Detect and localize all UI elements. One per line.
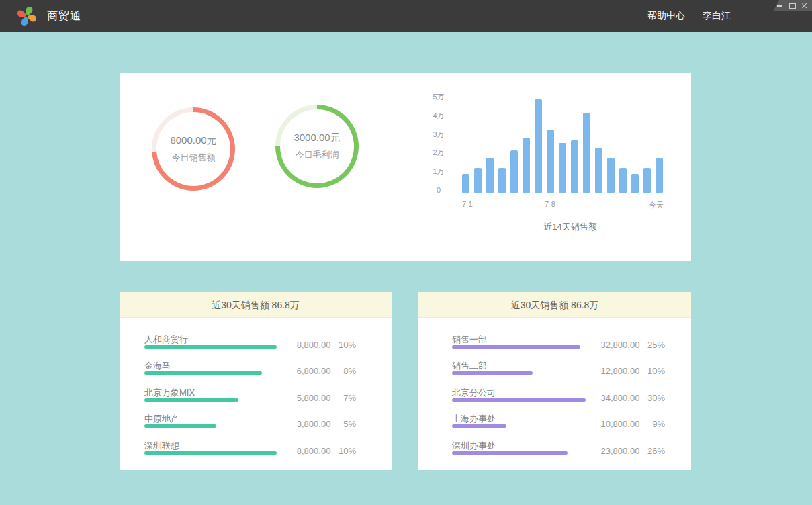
- titlebar-nav: 帮助中心 李白江: [647, 0, 731, 32]
- y-tick-label: 5万: [425, 92, 452, 101]
- daily-sales-bar: [607, 158, 615, 193]
- x-tick-label: 7-8: [545, 200, 555, 208]
- ranking-row-amount: 34,800.00: [601, 393, 640, 403]
- ranking-row-value: 12,800.00 10%: [601, 366, 665, 376]
- ranking-row-value: 3,800.00 5%: [297, 419, 356, 429]
- daily-sales-bar: [523, 138, 530, 193]
- today-sales-donut: 8000.00元 今日销售额: [152, 107, 235, 191]
- summary-card: 8000.00元 今日销售额 30天最高：10,000.00元 3000.00元…: [120, 73, 691, 261]
- daily-sales-bar: [595, 148, 602, 193]
- today-profit-label: 今日毛利润: [296, 149, 339, 161]
- ranking-row: 北京分公司 34,800.00 30%: [452, 387, 665, 413]
- daily-sales-bar: [486, 158, 494, 193]
- ranking-row-bar: [452, 398, 586, 402]
- today-profit-donut-center: 3000.00元 今日毛利润: [280, 109, 354, 183]
- ranking-row-value: 8,800.00 10%: [297, 446, 356, 456]
- daily-sales-bar: [498, 168, 506, 193]
- ranking-row-percent: 10%: [333, 340, 356, 350]
- ranking-row-name: 北京万象MIX: [144, 387, 195, 399]
- maximize-icon[interactable]: [789, 3, 795, 9]
- ranking-row-bar: [452, 424, 506, 428]
- ranking-row-name: 上海办事处: [452, 413, 496, 425]
- x-tick-label: 7-1: [462, 200, 473, 208]
- daily-sales-bar: [462, 174, 469, 193]
- ranking-row-amount: 12,800.00: [601, 366, 640, 376]
- ranking-row-percent: 10%: [333, 446, 356, 456]
- sales-chart-y-axis: 5万4万3万2万1万0: [425, 92, 452, 199]
- ranking-row-value: 23,800.00 26%: [601, 446, 665, 456]
- ranking-row: 深圳联想 8,800.00 10%: [144, 440, 356, 466]
- ranking-row-name: 人和商贸行: [144, 334, 188, 346]
- today-sales-value: 8000.00元: [170, 134, 216, 147]
- ranking-row-percent: 10%: [642, 366, 665, 376]
- ranking-row-name: 北京分公司: [452, 387, 496, 399]
- ranking-row-name: 金海马: [144, 360, 171, 372]
- ranking-row-percent: 8%: [333, 366, 356, 376]
- ranking-row: 上海办事处 10,800.00 9%: [452, 413, 665, 439]
- sales-chart-bars: [462, 89, 664, 193]
- minimize-icon[interactable]: [777, 3, 783, 9]
- left-petal: [17, 10, 26, 17]
- ranking-row: 深圳办事处 23,800.00 26%: [452, 440, 665, 466]
- ranking-row-value: 34,800.00 30%: [601, 393, 665, 403]
- ranking-row-percent: 9%: [642, 419, 665, 429]
- ranking-row: 金海马 6,800.00 8%: [144, 360, 356, 386]
- ranking-row-value: 32,800.00 25%: [601, 340, 665, 350]
- ranking-row-percent: 7%: [333, 393, 356, 403]
- help-center-link[interactable]: 帮助中心: [647, 10, 685, 22]
- user-name-menu[interactable]: 李白江: [703, 10, 731, 22]
- ranking-row: 人和商贸行 8,800.00 10%: [144, 334, 356, 360]
- daily-sales-bar: [510, 150, 518, 193]
- bottom-petal: [21, 17, 28, 26]
- ranking-row-amount: 8,800.00: [297, 446, 331, 456]
- customer-ranking-card: 近30天销售额 86.8万 人和商贸行 8,800.00 10% 金海马 6,8…: [120, 292, 392, 470]
- y-tick-label: 0: [425, 185, 452, 195]
- customer-ranking-rows: 人和商贸行 8,800.00 10% 金海马 6,800.00 8% 北京万象M…: [120, 318, 392, 466]
- ranking-row-percent: 26%: [642, 446, 665, 456]
- ranking-row: 销售一部 32,800.00 25%: [452, 334, 665, 360]
- daily-sales-bar: [619, 168, 627, 193]
- ranking-row: 销售二部 12,800.00 10%: [452, 360, 665, 386]
- ranking-row-amount: 5,800.00: [297, 393, 331, 403]
- daily-sales-bar: [559, 143, 566, 193]
- ranking-row-bar: [452, 451, 568, 455]
- daily-sales-bar: [583, 113, 590, 193]
- ranking-row-name: 深圳办事处: [452, 440, 496, 452]
- department-ranking-title: 近30天销售额 86.8万: [418, 292, 691, 318]
- ranking-row-amount: 3,800.00: [297, 419, 331, 429]
- ranking-row-value: 10,800.00 9%: [601, 419, 665, 429]
- ranking-row-bar: [144, 398, 238, 402]
- sales-chart-title: 近14天销售额: [469, 221, 671, 233]
- department-ranking-card: 近30天销售额 86.8万 销售一部 32,800.00 25% 销售二部 12…: [418, 292, 691, 470]
- ranking-row-percent: 5%: [333, 419, 356, 429]
- top-petal: [26, 7, 32, 15]
- y-tick-label: 3万: [425, 130, 452, 139]
- ranking-row-value: 6,800.00 8%: [297, 366, 356, 376]
- x-tick-label: 今天: [649, 200, 664, 210]
- ranking-row-value: 8,800.00 10%: [297, 340, 356, 350]
- ranking-row-amount: 10,800.00: [601, 419, 640, 429]
- daily-sales-bar: [547, 130, 554, 193]
- close-icon[interactable]: [801, 3, 807, 9]
- ranking-row-amount: 23,800.00: [601, 446, 640, 456]
- daily-sales-bar: [643, 168, 651, 193]
- customer-ranking-title: 近30天销售额 86.8万: [120, 292, 392, 318]
- today-sales-donut-center: 8000.00元 今日销售额: [156, 112, 230, 186]
- daily-sales-bar: [571, 140, 578, 193]
- ranking-row-bar: [452, 345, 580, 349]
- ranking-row-percent: 30%: [642, 393, 665, 403]
- ranking-row-bar: [144, 371, 262, 375]
- y-tick-label: 4万: [425, 111, 452, 120]
- ranking-row: 北京万象MIX 5,800.00 7%: [144, 387, 356, 413]
- ranking-row-bar: [452, 371, 533, 375]
- ranking-row-name: 销售一部: [452, 334, 487, 346]
- sales-chart-x-axis: 7-1 7-8 今天: [462, 200, 664, 210]
- daily-sales-bar: [474, 168, 482, 193]
- right-petal: [28, 15, 36, 21]
- window-controls: [773, 0, 812, 11]
- ranking-row-name: 销售二部: [452, 360, 487, 372]
- ranking-row-bar: [144, 451, 277, 455]
- ranking-row-amount: 32,800.00: [601, 340, 640, 350]
- pinwheel-logo-icon: [16, 5, 38, 27]
- y-tick-label: 1万: [425, 167, 452, 176]
